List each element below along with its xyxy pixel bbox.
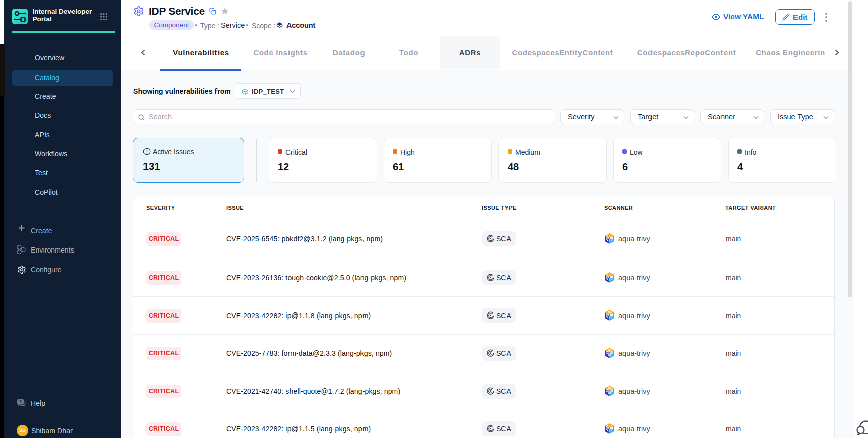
svg-text:?: ?	[19, 399, 22, 404]
